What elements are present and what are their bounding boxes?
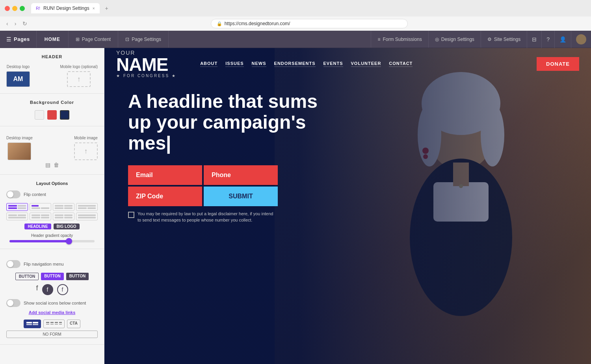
form-submissions-button[interactable]: ≡ Form Submissions <box>371 31 428 48</box>
logo-star-icon: ★ <box>116 74 121 78</box>
layout-option-1[interactable] <box>6 203 28 211</box>
logo-text: AM <box>13 76 23 83</box>
color-swatch-white[interactable] <box>35 110 44 120</box>
url-bar[interactable]: 🔒 https://cms.designedtorun.com/ <box>211 19 408 28</box>
nav-contact[interactable]: CONTACT <box>389 61 413 67</box>
maximize-button[interactable] <box>20 6 25 11</box>
header-section-title: HEADER <box>6 54 98 59</box>
phone-label: Phone <box>212 172 231 178</box>
page-settings-icon: ⊡ <box>125 37 129 42</box>
svg-rect-3 <box>33 324 38 325</box>
bg-color-section: Background Color <box>0 94 104 126</box>
layout-option-4[interactable] <box>76 203 98 211</box>
svg-rect-1 <box>33 322 38 323</box>
nav-endorsements[interactable]: ENDORSEMENTS <box>274 61 316 67</box>
color-swatch-red[interactable] <box>47 110 57 120</box>
nav-about[interactable]: ABOUT <box>200 61 217 67</box>
desktop-logo-label: Desktop logo <box>7 65 30 69</box>
preview-content: A headline that sums up your campaign's … <box>104 79 420 235</box>
svg-rect-6 <box>55 322 58 323</box>
home-button[interactable]: HOME <box>37 31 69 48</box>
button-style-filled[interactable]: BUTTON <box>41 273 63 280</box>
design-settings-label: Design Settings <box>441 37 474 42</box>
button-style-dark[interactable]: BUTTON <box>66 273 89 280</box>
layout-option-3[interactable] <box>53 203 74 211</box>
toggle-knob <box>7 191 13 198</box>
site-settings-button[interactable]: ⚙ Site Settings <box>481 31 527 48</box>
flip-nav-toggle[interactable] <box>6 260 20 268</box>
sidebar-toggle[interactable]: ☰ Pages <box>0 31 37 48</box>
social-icon-circle-outline[interactable]: f <box>57 284 68 295</box>
slider-thumb[interactable] <box>66 238 72 244</box>
phone-field[interactable]: Phone <box>204 165 278 185</box>
email-field[interactable]: Email <box>128 165 202 185</box>
svg-rect-5 <box>50 322 54 323</box>
layout-option-6[interactable] <box>30 212 51 220</box>
main-content: HEADER Desktop logo AM Mobile logo (opti… <box>0 48 591 364</box>
layout-option-2[interactable] <box>30 203 51 211</box>
mobile-logo-upload[interactable]: ↑ <box>67 71 91 87</box>
signup-form: Email Phone ZIP Code SUBMIT <box>128 165 278 206</box>
button-style-outline[interactable]: BUTTON <box>15 273 39 280</box>
display-icon-button[interactable]: ⊟ <box>527 31 541 48</box>
submit-button[interactable]: SUBMIT <box>204 187 278 206</box>
headline-style-tag[interactable]: HEADLINE <box>24 224 51 229</box>
help-icon-button[interactable]: ? <box>541 31 554 48</box>
add-social-link[interactable]: Add social media links <box>6 310 98 315</box>
tab-page-content[interactable]: ⊞ Page Content <box>69 31 118 48</box>
nav-volunteer[interactable]: VOLUNTEER <box>351 61 381 67</box>
reload-button[interactable]: ↻ <box>21 20 29 28</box>
donate-button[interactable]: DONATE <box>537 57 579 71</box>
show-social-toggle[interactable] <box>6 299 20 307</box>
new-tab-button[interactable]: + <box>105 5 108 11</box>
gradient-slider[interactable] <box>9 240 95 242</box>
site-settings-icon: ⚙ <box>487 37 492 42</box>
desktop-image-item: Desktop image <box>6 136 33 160</box>
email-label: Email <box>136 172 153 178</box>
user-avatar <box>576 34 586 44</box>
flip-nav-row: Flip navigation menu <box>6 260 98 268</box>
layout-option-8[interactable] <box>76 212 98 220</box>
hamburger-icon: ☰ <box>6 36 11 42</box>
minimize-button[interactable] <box>12 6 17 11</box>
close-button[interactable] <box>5 6 10 11</box>
biglogo-style-tag[interactable]: BIG LOGO <box>54 224 80 229</box>
tab-page-settings[interactable]: ⊡ Page Settings <box>118 31 169 48</box>
bottom-opt-blue[interactable] <box>24 320 41 328</box>
nav-events[interactable]: EVENTS <box>323 61 343 67</box>
image-align-left-icon[interactable]: ▤ <box>45 162 50 168</box>
color-swatch-navy[interactable] <box>60 110 69 120</box>
disclaimer-checkbox[interactable] <box>128 212 134 218</box>
browser-tab[interactable]: R! RUN! Design Settings × <box>31 3 100 13</box>
social-icon-circle-filled[interactable]: f <box>42 284 53 295</box>
bottom-opt-grey[interactable] <box>43 320 65 328</box>
tab-close-button[interactable]: × <box>93 6 95 11</box>
back-button[interactable]: ‹ <box>5 20 10 28</box>
no-form-button[interactable]: NO FORM <box>6 331 98 338</box>
nav-issues[interactable]: ISSUES <box>225 61 243 67</box>
design-settings-button[interactable]: ◎ Design Settings <box>428 31 481 48</box>
flip-content-row: Flip content <box>6 190 98 198</box>
page-content-icon: ⊞ <box>76 37 80 42</box>
bottom-opt-cta[interactable]: CTA <box>67 320 80 328</box>
forward-button[interactable]: › <box>13 20 18 28</box>
desktop-image-thumb[interactable] <box>7 142 31 160</box>
layout-option-5[interactable] <box>6 212 28 220</box>
desktop-logo-item: Desktop logo AM <box>6 65 30 87</box>
mobile-image-upload[interactable]: ↑ <box>74 142 98 160</box>
app-header: ☰ Pages HOME ⊞ Page Content ⊡ Page Setti… <box>0 31 591 48</box>
users-icon-button[interactable]: 👤 <box>554 31 571 48</box>
nav-news[interactable]: NEWS <box>252 61 266 67</box>
layout-option-7[interactable] <box>53 212 74 220</box>
flip-content-toggle[interactable] <box>6 190 20 198</box>
zip-field[interactable]: ZIP Code <box>128 187 202 206</box>
bg-color-title: Background Color <box>6 100 98 105</box>
center-tabs: ⊞ Page Content ⊡ Page Settings <box>69 31 169 48</box>
avatar[interactable] <box>571 31 591 48</box>
image-delete-icon[interactable]: 🗑 <box>54 162 59 168</box>
disclaimer-row: You may be required by law to put a lega… <box>128 211 278 223</box>
headline-text[interactable]: A headline that sums up your campaign's … <box>128 91 325 153</box>
social-icon-plain[interactable]: f <box>36 284 38 295</box>
desktop-logo-preview[interactable]: AM <box>6 71 30 87</box>
svg-rect-2 <box>26 324 32 325</box>
